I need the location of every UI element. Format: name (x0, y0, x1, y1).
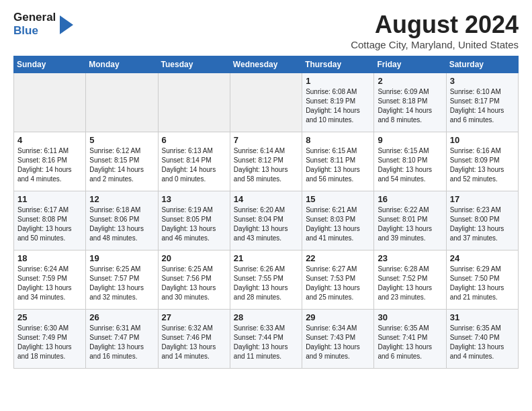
calendar-cell: 22Sunrise: 6:27 AMSunset: 7:53 PMDayligh… (302, 250, 374, 310)
cell-line: Sunset: 7:47 PM (89, 333, 154, 342)
cell-line: Sunrise: 6:16 AM (450, 146, 515, 156)
calendar-cell: 28Sunrise: 6:33 AMSunset: 7:44 PMDayligh… (230, 310, 302, 369)
title-block: August 2024 Cottage City, Maryland, Unit… (351, 11, 519, 50)
cell-line: Daylight: 13 hours (89, 224, 154, 234)
day-number: 21 (234, 253, 298, 263)
cell-line: Daylight: 13 hours (450, 224, 515, 234)
day-number: 9 (378, 135, 442, 145)
day-number: 26 (89, 312, 154, 322)
cell-line: Sunset: 7:53 PM (306, 274, 370, 283)
cell-line: and 34 minutes. (17, 293, 82, 302)
cell-line: and 25 minutes. (306, 293, 370, 302)
cell-line: Sunrise: 6:11 AM (17, 146, 82, 156)
cell-line: Sunrise: 6:17 AM (17, 205, 82, 215)
cell-line: Daylight: 14 hours (89, 165, 154, 175)
cell-line: Sunset: 7:49 PM (17, 333, 82, 342)
cell-info: Sunrise: 6:29 AMSunset: 7:50 PMDaylight:… (450, 265, 515, 302)
cell-line: Sunrise: 6:09 AM (378, 87, 442, 97)
calendar-cell: 18Sunrise: 6:24 AMSunset: 7:59 PMDayligh… (14, 250, 86, 310)
week-row-2: 4Sunrise: 6:11 AMSunset: 8:16 PMDaylight… (14, 132, 519, 191)
cell-info: Sunrise: 6:25 AMSunset: 7:57 PMDaylight:… (89, 265, 154, 302)
day-number: 7 (234, 135, 298, 145)
cell-line: Daylight: 13 hours (17, 224, 82, 234)
calendar-cell: 2Sunrise: 6:09 AMSunset: 8:18 PMDaylight… (374, 73, 446, 132)
cell-line: Daylight: 14 hours (162, 165, 226, 175)
cell-line: Daylight: 13 hours (162, 224, 226, 234)
week-row-5: 25Sunrise: 6:30 AMSunset: 7:49 PMDayligh… (14, 310, 519, 369)
cell-line: Daylight: 13 hours (234, 283, 298, 293)
cell-line: and 4 minutes. (450, 352, 515, 361)
cell-line: and 10 minutes. (306, 116, 370, 125)
cell-line: Daylight: 13 hours (378, 165, 442, 175)
cell-info: Sunrise: 6:16 AMSunset: 8:09 PMDaylight:… (450, 146, 515, 184)
cell-line: and 52 minutes. (450, 175, 515, 184)
cell-line: Sunrise: 6:15 AM (306, 146, 370, 156)
calendar-cell: 16Sunrise: 6:22 AMSunset: 8:01 PMDayligh… (374, 191, 446, 250)
cell-line: Sunset: 8:03 PM (306, 215, 370, 224)
cell-info: Sunrise: 6:17 AMSunset: 8:08 PMDaylight:… (17, 205, 82, 243)
cell-line: Sunrise: 6:15 AM (378, 146, 442, 156)
cell-info: Sunrise: 6:34 AMSunset: 7:43 PMDaylight:… (306, 324, 370, 361)
cell-info: Sunrise: 6:19 AMSunset: 8:05 PMDaylight:… (162, 205, 226, 243)
day-number: 27 (162, 312, 226, 322)
day-number: 16 (378, 194, 442, 204)
logo-text-block: General Blue (13, 11, 73, 37)
cell-line: Daylight: 14 hours (17, 165, 82, 175)
cell-line: and 14 minutes. (162, 352, 226, 361)
cell-line: Daylight: 13 hours (17, 283, 82, 293)
cell-line: Sunrise: 6:35 AM (378, 324, 442, 333)
col-header-sunday: Sunday (14, 56, 86, 73)
calendar-cell: 21Sunrise: 6:26 AMSunset: 7:55 PMDayligh… (230, 250, 302, 310)
day-number: 10 (450, 135, 515, 145)
calendar-cell: 12Sunrise: 6:18 AMSunset: 8:06 PMDayligh… (86, 191, 158, 250)
cell-line: Sunset: 8:04 PM (234, 215, 298, 224)
day-number: 22 (306, 253, 370, 263)
cell-info: Sunrise: 6:18 AMSunset: 8:06 PMDaylight:… (89, 205, 154, 243)
day-number: 14 (234, 194, 298, 204)
cell-line: Daylight: 13 hours (17, 342, 82, 352)
calendar-cell: 25Sunrise: 6:30 AMSunset: 7:49 PMDayligh… (14, 310, 86, 369)
logo-wordmark: General Blue (13, 11, 56, 37)
day-number: 3 (450, 76, 515, 86)
cell-line: Sunrise: 6:29 AM (450, 265, 515, 274)
calendar-cell: 8Sunrise: 6:15 AMSunset: 8:11 PMDaylight… (302, 132, 374, 191)
cell-line: and 43 minutes. (234, 234, 298, 243)
cell-line: Daylight: 13 hours (162, 283, 226, 293)
day-number: 30 (378, 312, 442, 322)
cell-info: Sunrise: 6:35 AMSunset: 7:40 PMDaylight:… (450, 324, 515, 361)
day-number: 6 (162, 135, 226, 145)
cell-line: and 6 minutes. (450, 116, 515, 125)
cell-line: Sunset: 8:14 PM (162, 156, 226, 165)
calendar-cell (86, 73, 158, 132)
calendar-cell: 15Sunrise: 6:21 AMSunset: 8:03 PMDayligh… (302, 191, 374, 250)
cell-line: Daylight: 13 hours (234, 165, 298, 175)
cell-line: Sunset: 7:50 PM (450, 274, 515, 283)
location: Cottage City, Maryland, United States (351, 39, 519, 50)
cell-line: and 48 minutes. (89, 234, 154, 243)
cell-line: Daylight: 13 hours (89, 283, 154, 293)
calendar-cell: 3Sunrise: 6:10 AMSunset: 8:17 PMDaylight… (446, 73, 518, 132)
cell-info: Sunrise: 6:08 AMSunset: 8:19 PMDaylight:… (306, 87, 370, 125)
calendar-cell: 9Sunrise: 6:15 AMSunset: 8:10 PMDaylight… (374, 132, 446, 191)
calendar-cell: 20Sunrise: 6:25 AMSunset: 7:56 PMDayligh… (158, 250, 230, 310)
cell-line: Daylight: 13 hours (306, 283, 370, 293)
cell-line: Sunrise: 6:23 AM (450, 205, 515, 215)
cell-info: Sunrise: 6:23 AMSunset: 8:00 PMDaylight:… (450, 205, 515, 243)
cell-line: Daylight: 13 hours (306, 165, 370, 175)
cell-line: Sunset: 7:56 PM (162, 274, 226, 283)
day-number: 17 (450, 194, 515, 204)
header: General Blue August 2024 Cottage City, M… (13, 11, 519, 50)
day-number: 2 (378, 76, 442, 86)
day-number: 18 (17, 253, 82, 263)
day-number: 4 (17, 135, 82, 145)
cell-line: Sunrise: 6:14 AM (234, 146, 298, 156)
cell-line: and 46 minutes. (162, 234, 226, 243)
cell-line: Daylight: 13 hours (234, 342, 298, 352)
cell-line: Sunrise: 6:19 AM (162, 205, 226, 215)
col-header-monday: Monday (86, 56, 158, 73)
cell-line: Sunset: 8:17 PM (450, 97, 515, 106)
cell-line: Sunrise: 6:28 AM (378, 265, 442, 274)
day-number: 19 (89, 253, 154, 263)
day-number: 13 (162, 194, 226, 204)
cell-line: and 16 minutes. (89, 352, 154, 361)
